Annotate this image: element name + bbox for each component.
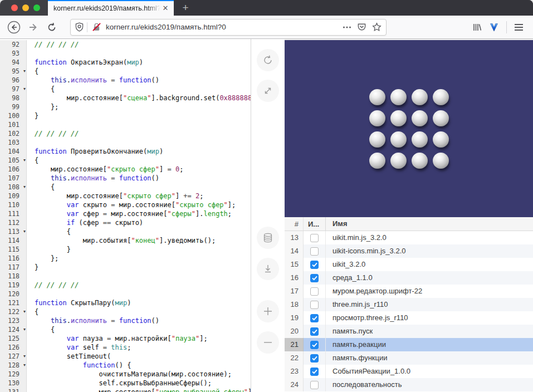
- fold-arrow-icon[interactable]: ▾: [23, 352, 26, 361]
- code-line[interactable]: 97▾ {: [0, 85, 251, 94]
- code-line[interactable]: 109 мир.состояние["скрыто сфер"] += 2;: [0, 192, 251, 200]
- forward-button[interactable]: [25, 19, 41, 36]
- code-line[interactable]: 129 очиститьМатериалы(мир.состояние);: [0, 370, 251, 379]
- minimize-window-button[interactable]: [22, 4, 29, 11]
- table-row[interactable]: 17муром.редактор.шрифт-22: [285, 285, 533, 298]
- more-dots-icon[interactable]: [343, 23, 351, 32]
- checkbox-unchecked[interactable]: [310, 287, 319, 296]
- minus-button[interactable]: [257, 331, 279, 354]
- new-tab-button[interactable]: +: [177, 2, 194, 14]
- code-line[interactable]: 105▾{: [0, 156, 251, 165]
- code-line[interactable]: 125 var пауза = мир.настройки["пауза"];: [0, 334, 251, 343]
- code-line[interactable]: 122▾{: [0, 307, 251, 316]
- close-window-button[interactable]: [11, 4, 18, 11]
- fold-arrow-icon[interactable]: ▾: [23, 325, 26, 334]
- code-line[interactable]: 106 мир.состояние["скрыто сфер"] = 0;: [0, 165, 251, 174]
- checkbox-checked[interactable]: [310, 354, 319, 362]
- refresh-button[interactable]: [257, 49, 279, 71]
- checkbox-unchecked[interactable]: [310, 247, 319, 256]
- column-header-used[interactable]: И...: [304, 217, 326, 231]
- code-editor[interactable]: 92// // // //9394function ОкраситьЭкран(…: [0, 39, 251, 392]
- code-line[interactable]: 104function ПроверитьОкончание(мир): [0, 147, 251, 156]
- sphere[interactable]: [433, 153, 449, 169]
- code-line[interactable]: 119// // // //: [0, 281, 251, 290]
- code-line[interactable]: 114 мир.события["конец"].уведомить();: [0, 236, 251, 245]
- active-tab[interactable]: kornerr.ru/ekids2019/память.html?0 ✕: [48, 0, 174, 16]
- code-line[interactable]: 93: [0, 49, 251, 58]
- code-line[interactable]: 117}: [0, 263, 251, 272]
- sphere[interactable]: [390, 110, 407, 126]
- back-button[interactable]: [6, 19, 22, 36]
- fold-arrow-icon[interactable]: ▾: [23, 307, 26, 316]
- code-line[interactable]: 120: [0, 290, 251, 298]
- plus-button[interactable]: [257, 300, 279, 322]
- code-line[interactable]: 103: [0, 138, 251, 147]
- code-line[interactable]: 99 };: [0, 102, 251, 111]
- code-line[interactable]: 130 self.скрытьВыбранныеСферы();: [0, 379, 251, 388]
- checkbox-checked[interactable]: [310, 367, 319, 376]
- table-row[interactable]: 13uikit.min.js_3.2.0: [285, 231, 533, 244]
- column-header-name[interactable]: Имя: [326, 217, 533, 231]
- code-line[interactable]: 123 this.исполнить = function(): [0, 316, 251, 325]
- code-line[interactable]: 110 var скрыто = мир.состояние["скрыто с…: [0, 200, 251, 209]
- fold-arrow-icon[interactable]: ▾: [23, 85, 26, 94]
- column-header-number[interactable]: #: [285, 217, 304, 231]
- code-line[interactable]: 100}: [0, 111, 251, 120]
- table-row[interactable]: 16среда_1.1.0: [285, 271, 533, 285]
- checkbox-checked[interactable]: [310, 314, 319, 322]
- zoom-window-button[interactable]: [33, 4, 40, 11]
- sphere[interactable]: [412, 153, 428, 169]
- 3d-viewport[interactable]: [285, 39, 533, 217]
- code-line[interactable]: 107 this.исполнить = function(): [0, 174, 251, 183]
- code-line[interactable]: 121function СкрытьПару(мир): [0, 298, 251, 307]
- code-line[interactable]: 131 мир.состояние["номер выбранной сферы…: [0, 388, 251, 392]
- code-line[interactable]: 111 var сфер = мир.состояние["сферы"].le…: [0, 209, 251, 218]
- sphere[interactable]: [412, 131, 428, 148]
- sphere[interactable]: [369, 131, 385, 148]
- extension-v-icon[interactable]: [490, 23, 498, 32]
- reload-button[interactable]: [43, 19, 60, 36]
- checkbox-checked[interactable]: [310, 261, 319, 269]
- tab-close-icon[interactable]: ✕: [160, 3, 170, 13]
- code-line[interactable]: 94function ОкраситьЭкран(мир): [0, 58, 251, 67]
- code-line[interactable]: 115 }: [0, 245, 251, 254]
- code-line[interactable]: 127▾ setTimeout(: [0, 352, 251, 361]
- table-row[interactable]: 15uikit_3.2.0: [285, 258, 533, 271]
- pocket-icon[interactable]: [357, 22, 366, 32]
- fold-arrow-icon[interactable]: ▾: [23, 183, 26, 192]
- table-row[interactable]: 18three.min.js_r110: [285, 298, 533, 311]
- insecure-lock-icon[interactable]: [92, 22, 101, 32]
- sphere[interactable]: [412, 110, 428, 126]
- checkbox-checked[interactable]: [310, 274, 319, 282]
- sphere[interactable]: [369, 153, 385, 169]
- code-line[interactable]: 116 };: [0, 254, 251, 263]
- sphere[interactable]: [390, 89, 407, 105]
- sphere[interactable]: [412, 89, 428, 105]
- code-line[interactable]: 92// // // //: [0, 40, 251, 49]
- table-row[interactable]: 22память.функции: [285, 351, 533, 365]
- code-line[interactable]: 126 var self = this;: [0, 343, 251, 352]
- sphere[interactable]: [433, 131, 449, 148]
- sphere[interactable]: [390, 131, 407, 148]
- code-line[interactable]: 95▾{: [0, 67, 251, 76]
- table-row[interactable]: 23СобытияРеакции_1.0.0: [285, 365, 533, 378]
- checkbox-unchecked[interactable]: [310, 234, 319, 242]
- sphere[interactable]: [390, 153, 407, 169]
- sphere[interactable]: [369, 110, 385, 126]
- sphere[interactable]: [433, 89, 449, 105]
- table-row[interactable]: 20память.пуск: [285, 325, 533, 338]
- download-button[interactable]: [257, 258, 279, 280]
- code-line[interactable]: 112 if (сфер == скрыто): [0, 218, 251, 227]
- code-line[interactable]: 124▾ {: [0, 325, 251, 334]
- expand-button[interactable]: [257, 80, 279, 102]
- menu-button[interactable]: [515, 24, 523, 31]
- library-icon[interactable]: [472, 22, 482, 32]
- fold-arrow-icon[interactable]: ▾: [23, 227, 26, 236]
- table-row[interactable]: 24последовательность: [285, 378, 533, 391]
- checkbox-checked[interactable]: [310, 341, 319, 349]
- database-button[interactable]: [257, 227, 279, 249]
- code-line[interactable]: 98 мир.состояние["сцена"].background.set…: [0, 94, 251, 102]
- checkbox-unchecked[interactable]: [310, 381, 319, 389]
- table-row[interactable]: 21память.реакции: [285, 338, 533, 351]
- table-row[interactable]: 14uikit-icons.min.js_3.2.0: [285, 244, 533, 258]
